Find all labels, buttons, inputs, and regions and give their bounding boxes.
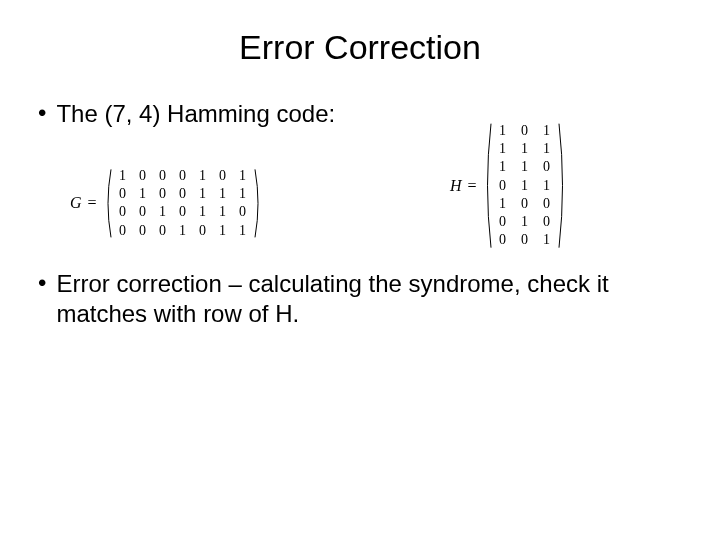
bullet-marker: •	[38, 269, 46, 298]
matrix-cell: 0	[179, 167, 187, 185]
matrix-row: 111	[499, 140, 551, 158]
matrix-cell: 1	[521, 213, 529, 231]
matrix-h-body: 101111110011100010001	[483, 120, 567, 251]
right-paren-icon	[253, 165, 263, 242]
matrix-cell: 0	[219, 167, 227, 185]
matrices-area: G = 1000101010011100101100001011 H = 101…	[30, 135, 690, 265]
matrix-row: 011	[499, 177, 551, 195]
matrix-cell: 1	[499, 140, 507, 158]
matrix-cell: 0	[139, 222, 147, 240]
matrix-cell: 1	[239, 185, 247, 203]
matrix-cell: 0	[159, 185, 167, 203]
matrix-cell: 1	[159, 203, 167, 221]
matrix-cell: 1	[499, 122, 507, 140]
matrix-cell: 1	[199, 167, 207, 185]
bullet-text-1: The (7, 4) Hamming code:	[56, 99, 335, 129]
matrix-cell: 0	[119, 222, 127, 240]
matrix-cell: 0	[499, 231, 507, 249]
matrix-cell: 0	[499, 177, 507, 195]
matrix-row: 100	[499, 195, 551, 213]
matrix-cell: 0	[139, 203, 147, 221]
matrix-g: G = 1000101010011100101100001011	[70, 165, 263, 242]
bullet-text-2: Error correction – calculating the syndr…	[56, 269, 690, 329]
matrix-g-body: 1000101010011100101100001011	[103, 165, 263, 242]
matrix-h: H = 101111110011100010001	[450, 120, 567, 251]
matrix-row: 0001011	[119, 222, 247, 240]
matrix-cell: 1	[219, 222, 227, 240]
bullet-marker: •	[38, 99, 46, 128]
matrix-cell: 0	[159, 167, 167, 185]
matrix-cell: 0	[239, 203, 247, 221]
matrix-cell: 0	[543, 213, 551, 231]
equals-sign: =	[88, 194, 97, 212]
matrix-cell: 0	[521, 122, 529, 140]
bullet-item-2: • Error correction – calculating the syn…	[30, 269, 690, 329]
matrix-cell: 1	[543, 231, 551, 249]
matrix-cell: 1	[543, 122, 551, 140]
matrix-cell: 1	[139, 185, 147, 203]
matrix-cell: 1	[199, 185, 207, 203]
matrix-cell: 0	[521, 195, 529, 213]
matrix-cell: 0	[521, 231, 529, 249]
matrix-cell: 0	[139, 167, 147, 185]
matrix-cell: 0	[119, 203, 127, 221]
matrix-row: 101	[499, 122, 551, 140]
matrix-cell: 1	[521, 177, 529, 195]
matrix-row: 001	[499, 231, 551, 249]
left-paren-icon	[483, 120, 493, 251]
matrix-cell: 1	[499, 158, 507, 176]
matrix-cell: 1	[521, 158, 529, 176]
matrix-cell: 1	[119, 167, 127, 185]
matrix-cell: 1	[239, 167, 247, 185]
matrix-row: 1000101	[119, 167, 247, 185]
matrix-cell: 0	[179, 185, 187, 203]
matrix-cell: 0	[543, 158, 551, 176]
matrix-cell: 1	[219, 203, 227, 221]
matrix-cell: 0	[543, 195, 551, 213]
matrix-cell: 1	[521, 140, 529, 158]
matrix-row: 110	[499, 158, 551, 176]
matrix-cell: 0	[119, 185, 127, 203]
matrix-cell: 1	[239, 222, 247, 240]
left-paren-icon	[103, 165, 113, 242]
matrix-cell: 1	[179, 222, 187, 240]
matrix-h-label: H	[450, 177, 462, 195]
matrix-cell: 1	[543, 177, 551, 195]
slide-title: Error Correction	[30, 28, 690, 67]
matrix-cell: 0	[179, 203, 187, 221]
matrix-cell: 0	[159, 222, 167, 240]
matrix-row: 0010110	[119, 203, 247, 221]
bullet-item-1: • The (7, 4) Hamming code:	[30, 99, 690, 129]
matrix-cell: 1	[543, 140, 551, 158]
matrix-g-label: G	[70, 194, 82, 212]
matrix-cell: 0	[499, 213, 507, 231]
right-paren-icon	[557, 120, 567, 251]
matrix-cell: 1	[219, 185, 227, 203]
matrix-row: 010	[499, 213, 551, 231]
matrix-cell: 1	[199, 203, 207, 221]
matrix-cell: 1	[499, 195, 507, 213]
equals-sign: =	[468, 177, 477, 195]
matrix-row: 0100111	[119, 185, 247, 203]
matrix-cell: 0	[199, 222, 207, 240]
